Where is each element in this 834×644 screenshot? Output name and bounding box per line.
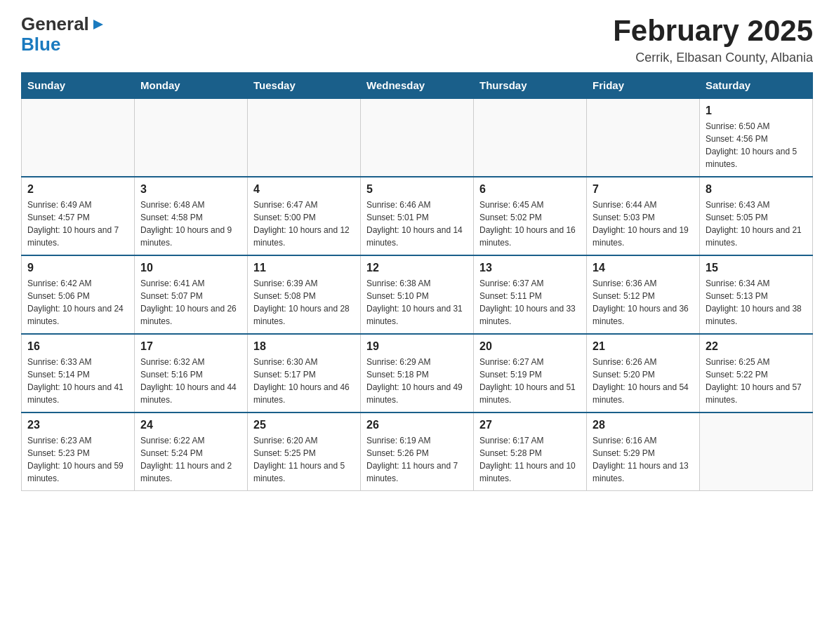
day-number: 14: [593, 262, 694, 274]
calendar-cell: 7Sunrise: 6:44 AM Sunset: 5:03 PM Daylig…: [587, 177, 700, 255]
calendar-cell: [474, 99, 587, 177]
calendar-week-row: 2Sunrise: 6:49 AM Sunset: 4:57 PM Daylig…: [22, 177, 813, 255]
day-number: 6: [479, 183, 581, 196]
calendar-cell: 6Sunrise: 6:45 AM Sunset: 5:02 PM Daylig…: [474, 177, 587, 255]
calendar-cell: [700, 412, 813, 491]
day-number: 13: [479, 262, 581, 274]
day-info: Sunrise: 6:41 AM Sunset: 5:07 PM Dayligh…: [140, 277, 241, 328]
calendar-table: SundayMondayTuesdayWednesdayThursdayFrid…: [21, 72, 813, 491]
day-info: Sunrise: 6:27 AM Sunset: 5:19 PM Dayligh…: [479, 356, 581, 406]
calendar-cell: 10Sunrise: 6:41 AM Sunset: 5:07 PM Dayli…: [135, 255, 248, 334]
day-number: 18: [253, 340, 355, 353]
calendar-cell: 5Sunrise: 6:46 AM Sunset: 5:01 PM Daylig…: [361, 177, 474, 255]
day-info: Sunrise: 6:32 AM Sunset: 5:16 PM Dayligh…: [140, 356, 241, 406]
day-info: Sunrise: 6:46 AM Sunset: 5:01 PM Dayligh…: [366, 199, 468, 249]
day-number: 1: [706, 105, 807, 117]
logo-general-text: General: [21, 14, 89, 34]
calendar-cell: 22Sunrise: 6:25 AM Sunset: 5:22 PM Dayli…: [700, 334, 813, 412]
calendar-cell: 20Sunrise: 6:27 AM Sunset: 5:19 PM Dayli…: [474, 334, 587, 412]
day-number: 3: [140, 183, 241, 196]
day-info: Sunrise: 6:22 AM Sunset: 5:24 PM Dayligh…: [140, 434, 241, 485]
day-number: 2: [27, 183, 128, 196]
calendar-header-sunday: Sunday: [22, 72, 135, 99]
calendar-header-row: SundayMondayTuesdayWednesdayThursdayFrid…: [22, 72, 813, 99]
calendar-cell: 15Sunrise: 6:34 AM Sunset: 5:13 PM Dayli…: [700, 255, 813, 334]
calendar-cell: [361, 99, 474, 177]
calendar-cell: 14Sunrise: 6:36 AM Sunset: 5:12 PM Dayli…: [587, 255, 700, 334]
calendar-cell: 8Sunrise: 6:43 AM Sunset: 5:05 PM Daylig…: [700, 177, 813, 255]
day-info: Sunrise: 6:20 AM Sunset: 5:25 PM Dayligh…: [253, 434, 355, 485]
logo: General Blue: [21, 14, 106, 54]
day-info: Sunrise: 6:17 AM Sunset: 5:28 PM Dayligh…: [479, 434, 581, 485]
calendar-cell: 1Sunrise: 6:50 AM Sunset: 4:56 PM Daylig…: [700, 99, 813, 177]
calendar-cell: 27Sunrise: 6:17 AM Sunset: 5:28 PM Dayli…: [474, 412, 587, 491]
day-info: Sunrise: 6:47 AM Sunset: 5:00 PM Dayligh…: [253, 199, 355, 249]
day-info: Sunrise: 6:29 AM Sunset: 5:18 PM Dayligh…: [366, 356, 468, 406]
day-number: 16: [27, 340, 128, 353]
day-info: Sunrise: 6:23 AM Sunset: 5:23 PM Dayligh…: [27, 434, 128, 485]
page-header: General Blue February 2025 Cerrik, Elbas…: [21, 14, 813, 65]
day-number: 28: [593, 419, 694, 431]
day-number: 11: [253, 262, 355, 274]
calendar-cell: 16Sunrise: 6:33 AM Sunset: 5:14 PM Dayli…: [22, 334, 135, 412]
calendar-cell: 26Sunrise: 6:19 AM Sunset: 5:26 PM Dayli…: [361, 412, 474, 491]
day-number: 15: [706, 262, 807, 274]
day-info: Sunrise: 6:38 AM Sunset: 5:10 PM Dayligh…: [366, 277, 468, 328]
day-info: Sunrise: 6:30 AM Sunset: 5:17 PM Dayligh…: [253, 356, 355, 406]
day-number: 10: [140, 262, 241, 274]
calendar-header-wednesday: Wednesday: [361, 72, 474, 99]
day-number: 7: [593, 183, 694, 196]
svg-marker-0: [93, 20, 103, 29]
main-title: February 2025: [613, 14, 813, 48]
calendar-week-row: 23Sunrise: 6:23 AM Sunset: 5:23 PM Dayli…: [22, 412, 813, 491]
day-number: 23: [27, 419, 128, 431]
day-info: Sunrise: 6:25 AM Sunset: 5:22 PM Dayligh…: [706, 356, 807, 406]
calendar-header-saturday: Saturday: [700, 72, 813, 99]
day-number: 25: [253, 419, 355, 431]
calendar-cell: 3Sunrise: 6:48 AM Sunset: 4:58 PM Daylig…: [135, 177, 248, 255]
day-info: Sunrise: 6:48 AM Sunset: 4:58 PM Dayligh…: [140, 199, 241, 249]
day-info: Sunrise: 6:26 AM Sunset: 5:20 PM Dayligh…: [593, 356, 694, 406]
calendar-cell: 4Sunrise: 6:47 AM Sunset: 5:00 PM Daylig…: [248, 177, 361, 255]
calendar-week-row: 1Sunrise: 6:50 AM Sunset: 4:56 PM Daylig…: [22, 99, 813, 177]
calendar-week-row: 9Sunrise: 6:42 AM Sunset: 5:06 PM Daylig…: [22, 255, 813, 334]
calendar-cell: [248, 99, 361, 177]
day-info: Sunrise: 6:34 AM Sunset: 5:13 PM Dayligh…: [706, 277, 807, 328]
calendar-cell: 28Sunrise: 6:16 AM Sunset: 5:29 PM Dayli…: [587, 412, 700, 491]
calendar-week-row: 16Sunrise: 6:33 AM Sunset: 5:14 PM Dayli…: [22, 334, 813, 412]
calendar-cell: 12Sunrise: 6:38 AM Sunset: 5:10 PM Dayli…: [361, 255, 474, 334]
day-number: 5: [366, 183, 468, 196]
day-number: 8: [706, 183, 807, 196]
day-number: 4: [253, 183, 355, 196]
logo-blue-text: Blue: [21, 34, 60, 55]
calendar-cell: 21Sunrise: 6:26 AM Sunset: 5:20 PM Dayli…: [587, 334, 700, 412]
day-info: Sunrise: 6:33 AM Sunset: 5:14 PM Dayligh…: [27, 356, 128, 406]
calendar-cell: 13Sunrise: 6:37 AM Sunset: 5:11 PM Dayli…: [474, 255, 587, 334]
calendar-cell: 25Sunrise: 6:20 AM Sunset: 5:25 PM Dayli…: [248, 412, 361, 491]
logo-arrow-icon: [91, 17, 106, 32]
calendar-header-tuesday: Tuesday: [248, 72, 361, 99]
day-info: Sunrise: 6:37 AM Sunset: 5:11 PM Dayligh…: [479, 277, 581, 328]
day-number: 20: [479, 340, 581, 353]
day-number: 24: [140, 419, 241, 431]
day-info: Sunrise: 6:43 AM Sunset: 5:05 PM Dayligh…: [706, 199, 807, 249]
calendar-cell: [22, 99, 135, 177]
day-info: Sunrise: 6:45 AM Sunset: 5:02 PM Dayligh…: [479, 199, 581, 249]
calendar-cell: 23Sunrise: 6:23 AM Sunset: 5:23 PM Dayli…: [22, 412, 135, 491]
day-number: 19: [366, 340, 468, 353]
day-info: Sunrise: 6:50 AM Sunset: 4:56 PM Dayligh…: [706, 120, 807, 170]
day-number: 27: [479, 419, 581, 431]
day-info: Sunrise: 6:19 AM Sunset: 5:26 PM Dayligh…: [366, 434, 468, 485]
calendar-cell: [135, 99, 248, 177]
calendar-cell: 24Sunrise: 6:22 AM Sunset: 5:24 PM Dayli…: [135, 412, 248, 491]
calendar-header-thursday: Thursday: [474, 72, 587, 99]
subtitle: Cerrik, Elbasan County, Albania: [613, 51, 813, 65]
calendar-cell: 2Sunrise: 6:49 AM Sunset: 4:57 PM Daylig…: [22, 177, 135, 255]
day-number: 22: [706, 340, 807, 353]
calendar-cell: [587, 99, 700, 177]
day-info: Sunrise: 6:44 AM Sunset: 5:03 PM Dayligh…: [593, 199, 694, 249]
day-info: Sunrise: 6:36 AM Sunset: 5:12 PM Dayligh…: [593, 277, 694, 328]
day-number: 17: [140, 340, 241, 353]
day-info: Sunrise: 6:16 AM Sunset: 5:29 PM Dayligh…: [593, 434, 694, 485]
calendar-cell: 18Sunrise: 6:30 AM Sunset: 5:17 PM Dayli…: [248, 334, 361, 412]
